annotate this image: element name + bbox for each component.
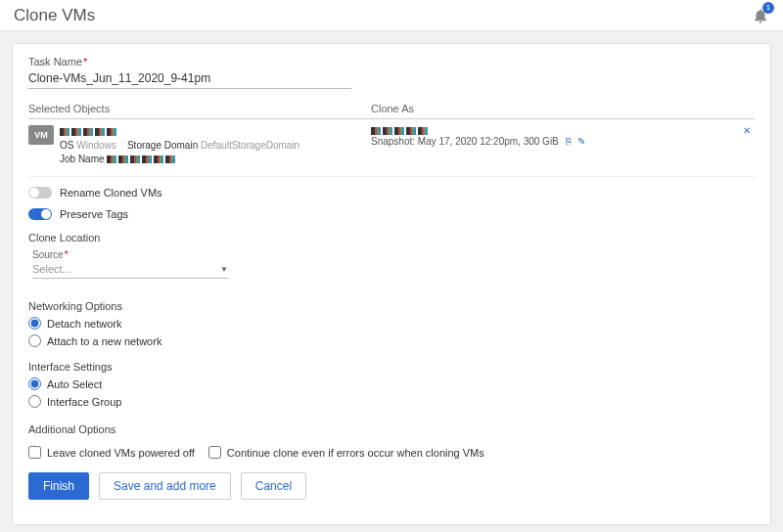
clone-as-cell: Snapshot: May 17, 2020 12:20pm, 300 GiB … xyxy=(371,125,755,166)
snapshot-text: Snapshot: May 17, 2020 12:20pm, 300 GiB xyxy=(371,136,559,147)
action-bar: Finish Save and add more Cancel xyxy=(28,472,755,500)
preserve-tags-toggle[interactable] xyxy=(28,208,52,220)
remove-object-button[interactable]: ✕ xyxy=(743,125,751,136)
clone-location-label: Clone Location xyxy=(28,232,755,244)
vm-badge: VM xyxy=(28,125,54,145)
objects-header: Selected Objects Clone As xyxy=(28,103,755,119)
attach-network-option[interactable]: Attach to a new network xyxy=(28,334,755,347)
form-panel: Task Name Selected Objects Clone As VM O… xyxy=(12,43,771,525)
auto-select-option[interactable]: Auto Select xyxy=(28,377,755,390)
notifications-button[interactable]: 1 xyxy=(752,7,769,24)
finish-button[interactable]: Finish xyxy=(28,472,89,500)
continue-on-error-checkbox[interactable]: Continue clone even if errors occur when… xyxy=(208,446,484,459)
edit-snapshot-icon[interactable]: ✎ xyxy=(577,136,585,147)
source-label: Source xyxy=(28,249,755,260)
rename-toggle[interactable] xyxy=(28,187,52,199)
task-name-label: Task Name xyxy=(28,56,755,67)
vm-meta: OS Windows Storage Domain DefaultStorage… xyxy=(60,125,299,166)
object-row: VM OS Windows Storage Domain DefaultStor… xyxy=(28,119,755,177)
cancel-button[interactable]: Cancel xyxy=(241,472,306,500)
networking-options-label: Networking Options xyxy=(28,300,755,312)
task-name-input[interactable] xyxy=(28,67,351,89)
detach-network-option[interactable]: Detach network xyxy=(28,317,755,330)
page-title: Clone VMs xyxy=(14,6,95,25)
preserve-tags-label: Preserve Tags xyxy=(60,208,128,220)
source-select-placeholder: Select... xyxy=(32,263,71,275)
source-select[interactable]: Select... ▼ xyxy=(32,260,228,279)
snapshot-secondary-icon[interactable]: ⎘ xyxy=(566,136,572,147)
rename-toggle-label: Rename Cloned VMs xyxy=(60,187,162,199)
interface-group-option[interactable]: Interface Group xyxy=(28,395,755,408)
interface-settings-label: Interface Settings xyxy=(28,361,755,373)
chevron-down-icon: ▼ xyxy=(220,265,228,274)
selected-objects-header: Selected Objects xyxy=(28,103,371,114)
save-add-more-button[interactable]: Save and add more xyxy=(99,472,231,500)
additional-options-label: Additional Options xyxy=(28,423,755,435)
notification-count: 1 xyxy=(762,2,774,14)
powered-off-checkbox[interactable]: Leave cloned VMs powered off xyxy=(28,446,195,459)
page-header: Clone VMs 1 xyxy=(0,0,783,31)
clone-as-header: Clone As xyxy=(371,103,755,114)
